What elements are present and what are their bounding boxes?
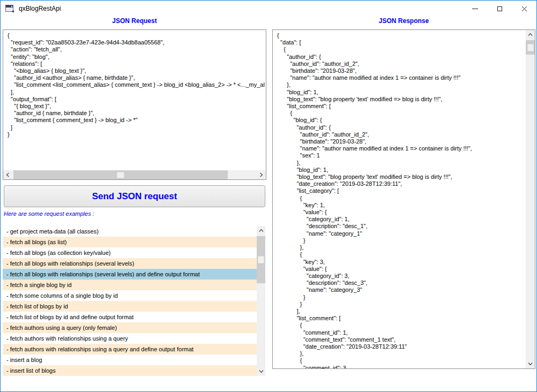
scroll-gripper (117, 172, 124, 178)
request-hscroll-thumb[interactable] (13, 170, 228, 179)
request-panel-title: JSON Request (3, 17, 266, 26)
response-json-viewer[interactable]: { "data": [ { "author_id": { "author_id"… (272, 29, 535, 369)
example-item[interactable]: - insert a blog (3, 355, 257, 365)
minimize-button[interactable] (463, 1, 487, 17)
response-vertical-scrollbar[interactable] (526, 30, 535, 368)
example-item[interactable]: - fetch some columns of a single blog by… (3, 290, 257, 301)
scroll-down-icon[interactable] (257, 367, 265, 376)
response-panel-title: JSON Response (272, 17, 535, 26)
example-item[interactable]: - get project meta-data (all classes) (3, 226, 257, 237)
example-item[interactable]: - fetch a single blog by id (3, 280, 257, 290)
example-item[interactable]: - fetch authors with relationships using… (3, 344, 257, 355)
close-button[interactable] (512, 1, 536, 17)
examples-label: Here are some request examples : (4, 210, 94, 217)
example-item[interactable]: - insert list of blogs (3, 365, 257, 376)
example-item[interactable]: - fetch all blogs with relationships (se… (3, 269, 257, 280)
examples-vertical-scrollbar[interactable] (257, 226, 265, 376)
scroll-gripper (527, 44, 533, 51)
scroll-up-icon[interactable] (257, 226, 265, 235)
minimize-icon (472, 9, 478, 9)
response-json-text: { "data": [ { "author_id": { "author_id"… (273, 30, 535, 369)
maximize-icon (497, 6, 502, 11)
example-item[interactable]: - fetch list of blogs by id (3, 301, 257, 312)
titlebar: qxBlogRestApi (1, 1, 536, 17)
scroll-down-icon[interactable] (526, 359, 535, 368)
example-item[interactable]: - fetch all blogs (as list) (3, 237, 257, 247)
example-item[interactable]: - fetch all blogs (as collection key/val… (3, 247, 257, 258)
response-vscroll-thumb[interactable] (526, 40, 535, 55)
example-item[interactable]: - fetch list of blogs by id and define o… (3, 312, 257, 322)
maximize-button[interactable] (487, 1, 512, 17)
window-title: qxBlogRestApi (19, 5, 61, 12)
window-controls (463, 1, 536, 17)
request-horizontal-scrollbar[interactable] (3, 170, 266, 179)
close-icon (521, 6, 527, 12)
scroll-gripper (258, 257, 264, 263)
send-json-request-button[interactable]: Send JSON request (4, 185, 265, 207)
request-json-editor[interactable]: { "request_id": "02aa8503-23e7-423e-94d4… (3, 29, 266, 180)
example-item[interactable]: - fetch authors using a query (only fema… (3, 322, 257, 333)
examples-vscroll-thumb[interactable] (257, 236, 265, 283)
examples-list: - get project meta-data (all classes)- f… (3, 226, 265, 376)
request-json-text: { "request_id": "02aa8503-23e7-423e-94d4… (3, 30, 266, 138)
app-window: qxBlogRestApi JSON Request JSON Response… (0, 0, 537, 392)
scroll-left-icon[interactable] (3, 170, 12, 179)
scroll-right-icon[interactable] (257, 170, 266, 179)
scroll-up-icon[interactable] (526, 30, 535, 39)
examples-rows: - get project meta-data (all classes)- f… (3, 226, 265, 376)
app-icon (5, 5, 14, 13)
example-item[interactable]: - fetch all blogs with relationships (se… (3, 258, 257, 269)
example-item[interactable]: - fetch authors with relationships using… (3, 333, 257, 344)
